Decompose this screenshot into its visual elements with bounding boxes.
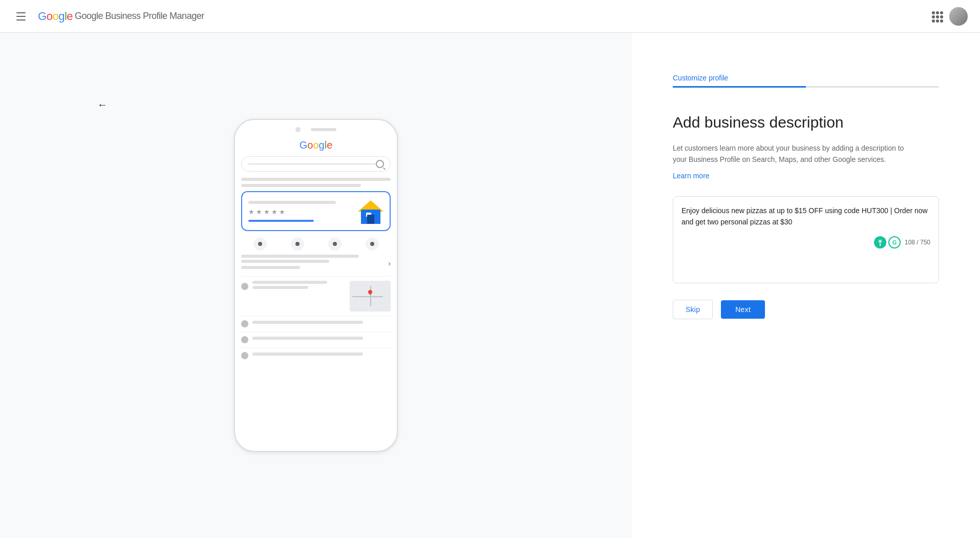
learn-more-link[interactable]: Learn more [673,172,939,180]
phone-search-icon [376,160,384,168]
menu-icon[interactable] [12,8,30,25]
shop-icon [358,198,384,224]
shop-door [367,215,374,224]
right-panel: Customize profile Add business descripti… [632,33,980,538]
phone-mockup: Google ★ [234,119,398,452]
phone-share-icon [366,237,379,251]
avatar-image [949,7,968,26]
textarea-content[interactable]: Enjoy delicious new pizzas at up to $15 … [681,205,930,228]
phone-website-section [241,352,391,359]
char-count: 108 / 750 [905,239,930,246]
phone-map-section [241,281,391,316]
location-icon-small [241,283,248,290]
progress-tabs: Customize profile [673,74,939,88]
phone-notch [235,120,397,136]
tab-customize-profile[interactable]: Customize profile [673,74,806,88]
left-panel: ← Google [0,33,632,538]
featured-card-left: ★ ★ ★ ★ ★ [248,201,358,222]
phone-speaker [311,128,336,131]
phone-call-icon [253,237,267,251]
textarea-footer: G 108 / 750 [681,236,930,249]
tab-inactive[interactable] [806,74,939,88]
phone-camera [295,127,301,132]
svg-point-1 [295,242,300,246]
phone-search-bar [241,156,391,172]
blue-bar [248,220,314,222]
google-logo: Google Google Business Profile Manager [38,10,204,23]
phone-gray-lines [241,178,391,187]
phone-phone-section [241,336,391,348]
svg-point-5 [879,240,881,242]
globe-icon-small [241,352,248,359]
stars-row: ★ ★ ★ ★ ★ [248,208,358,216]
phone-section-reviews: › [241,255,391,277]
app-title: Google Business Profile Manager [75,11,204,22]
phone-icon-small [241,336,248,343]
phone-location-icon [291,237,304,251]
grammarly-g-icon: G [888,236,901,249]
phone-icon-row [241,237,391,251]
shop-body [361,210,380,224]
header: Google Google Business Profile Manager [0,0,980,33]
map-pin [367,289,373,295]
action-row: Skip Next [673,300,939,319]
back-button[interactable]: ← [92,94,113,115]
next-button[interactable]: Next [721,300,765,319]
section-description: Let customers learn more about your busi… [673,142,919,165]
search-line [248,163,376,164]
phone-google-logo: Google [241,139,391,151]
phone-hours-section [241,320,391,332]
svg-point-0 [258,242,262,246]
phone-save-icon [328,237,342,251]
header-right [931,7,968,26]
phone-map-placeholder [350,281,391,312]
phone-content: Google ★ [235,139,397,359]
avatar[interactable] [949,7,968,26]
grammarly-pin-icon [874,236,886,249]
chevron-right-icon: › [388,259,391,267]
description-textarea[interactable]: Enjoy delicious new pizzas at up to $15 … [673,196,939,283]
skip-button[interactable]: Skip [673,300,713,319]
featured-card: ★ ★ ★ ★ ★ [241,191,391,231]
section-title: Add business description [673,112,939,132]
textarea-icons: G [874,236,901,249]
svg-point-2 [333,242,337,246]
header-left: Google Google Business Profile Manager [12,8,204,25]
apps-grid-icon[interactable] [931,10,943,23]
main-content: ← Google [0,33,980,538]
svg-point-3 [370,242,374,246]
clock-icon-small [241,320,248,327]
